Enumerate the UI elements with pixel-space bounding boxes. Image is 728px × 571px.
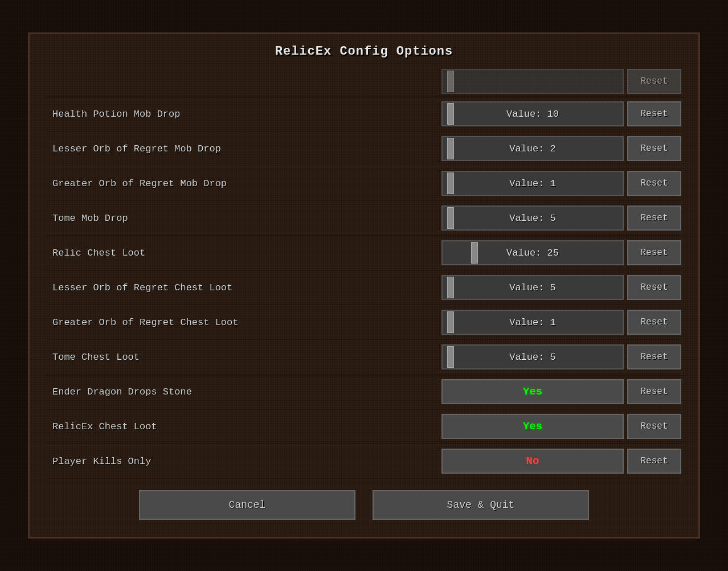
slider-value-greater-orb-mob-drop: Value: 1: [443, 178, 623, 189]
config-label-lesser-orb-chest-loot: Lesser Orb of Regret Chest Loot: [47, 282, 441, 293]
config-control-greater-orb-chest-loot: Value: 1Reset: [441, 310, 681, 335]
config-row-ender-dragon-drops-stone: Ender Dragon Drops StoneYesReset: [47, 375, 681, 409]
slider-handle-health-potion-mob-drop[interactable]: [447, 103, 454, 125]
slider-lesser-orb-chest-loot[interactable]: Value: 5: [441, 275, 624, 300]
partial-label: [47, 76, 441, 87]
config-control-greater-orb-mob-drop: Value: 1Reset: [441, 171, 681, 196]
slider-value-tome-mob-drop: Value: 5: [443, 213, 623, 224]
slider-greater-orb-mob-drop[interactable]: Value: 1: [441, 171, 624, 196]
slider-value-lesser-orb-chest-loot: Value: 5: [443, 282, 623, 293]
config-label-tome-chest-loot: Tome Chest Loot: [47, 352, 441, 363]
config-label-greater-orb-mob-drop: Greater Orb of Regret Mob Drop: [47, 178, 441, 189]
rows-container: Health Potion Mob DropValue: 10ResetLess…: [47, 97, 681, 479]
config-control-health-potion-mob-drop: Value: 10Reset: [441, 101, 681, 126]
slider-handle-lesser-orb-chest-loot[interactable]: [447, 277, 454, 298]
config-label-ender-dragon-drops-stone: Ender Dragon Drops Stone: [47, 387, 441, 397]
config-control-tome-mob-drop: Value: 5Reset: [441, 206, 681, 231]
reset-button-tome-mob-drop[interactable]: Reset: [627, 206, 681, 231]
slider-value-relic-chest-loot: Value: 25: [443, 248, 623, 258]
config-control-lesser-orb-mob-drop: Value: 2Reset: [441, 136, 681, 161]
reset-button-relic-chest-loot[interactable]: Reset: [627, 240, 681, 265]
slider-tome-chest-loot[interactable]: Value: 5: [441, 344, 624, 369]
config-label-relicex-chest-loot: RelicEx Chest Loot: [47, 421, 441, 432]
reset-button-lesser-orb-chest-loot[interactable]: Reset: [627, 275, 681, 300]
config-label-relic-chest-loot: Relic Chest Loot: [47, 248, 441, 258]
config-row-lesser-orb-mob-drop: Lesser Orb of Regret Mob DropValue: 2Res…: [47, 132, 681, 166]
config-row-lesser-orb-chest-loot: Lesser Orb of Regret Chest LootValue: 5R…: [47, 270, 681, 305]
config-row-greater-orb-mob-drop: Greater Orb of Regret Mob DropValue: 1Re…: [47, 166, 681, 201]
config-list: Reset Health Potion Mob DropValue: 10Res…: [30, 67, 698, 479]
reset-button-ender-dragon-drops-stone[interactable]: Reset: [627, 379, 681, 404]
reset-button-tome-chest-loot[interactable]: Reset: [627, 344, 681, 369]
config-label-tome-mob-drop: Tome Mob Drop: [47, 213, 441, 224]
config-row-health-potion-mob-drop: Health Potion Mob DropValue: 10Reset: [47, 97, 681, 132]
config-control-relicex-chest-loot: YesReset: [441, 414, 681, 439]
config-row-greater-orb-chest-loot: Greater Orb of Regret Chest LootValue: 1…: [47, 305, 681, 340]
footer: Cancel Save & Quit: [30, 479, 698, 525]
slider-value-lesser-orb-mob-drop: Value: 2: [443, 143, 623, 154]
slider-lesser-orb-mob-drop[interactable]: Value: 2: [441, 136, 624, 161]
config-control-relic-chest-loot: Value: 25Reset: [441, 240, 681, 265]
slider-tome-mob-drop[interactable]: Value: 5: [441, 206, 624, 231]
config-label-lesser-orb-mob-drop: Lesser Orb of Regret Mob Drop: [47, 143, 441, 154]
reset-button-greater-orb-chest-loot[interactable]: Reset: [627, 310, 681, 335]
partial-row: Reset: [47, 67, 681, 97]
slider-greater-orb-chest-loot[interactable]: Value: 1: [441, 310, 624, 335]
reset-button-greater-orb-mob-drop[interactable]: Reset: [627, 171, 681, 196]
config-control-tome-chest-loot: Value: 5Reset: [441, 344, 681, 369]
toggle-relicex-chest-loot[interactable]: Yes: [441, 414, 624, 439]
config-control-ender-dragon-drops-stone: YesReset: [441, 379, 681, 404]
config-row-tome-chest-loot: Tome Chest LootValue: 5Reset: [47, 340, 681, 375]
config-row-tome-mob-drop: Tome Mob DropValue: 5Reset: [47, 201, 681, 236]
dialog-title: RelicEx Config Options: [275, 44, 453, 59]
title-bar: RelicEx Config Options: [30, 34, 698, 67]
partial-reset-button[interactable]: Reset: [627, 69, 681, 94]
config-control-player-kills-only: NoReset: [441, 449, 681, 474]
slider-value-tome-chest-loot: Value: 5: [443, 352, 623, 363]
slider-handle[interactable]: [447, 71, 454, 92]
slider-relic-chest-loot[interactable]: Value: 25: [441, 240, 624, 265]
slider-handle-greater-orb-mob-drop[interactable]: [447, 172, 454, 194]
toggle-ender-dragon-drops-stone[interactable]: Yes: [441, 379, 624, 404]
toggle-player-kills-only[interactable]: No: [441, 449, 624, 474]
config-control-lesser-orb-chest-loot: Value: 5Reset: [441, 275, 681, 300]
config-dialog: RelicEx Config Options Reset Health Poti…: [28, 32, 700, 539]
reset-button-health-potion-mob-drop[interactable]: Reset: [627, 101, 681, 126]
slider-handle-tome-chest-loot[interactable]: [447, 346, 454, 368]
config-label-health-potion-mob-drop: Health Potion Mob Drop: [47, 109, 441, 120]
save-quit-button[interactable]: Save & Quit: [373, 490, 589, 520]
partial-slider[interactable]: [441, 69, 624, 94]
config-row-relic-chest-loot: Relic Chest LootValue: 25Reset: [47, 236, 681, 270]
reset-button-lesser-orb-mob-drop[interactable]: Reset: [627, 136, 681, 161]
slider-value-greater-orb-chest-loot: Value: 1: [443, 317, 623, 328]
reset-button-player-kills-only[interactable]: Reset: [627, 449, 681, 474]
slider-handle-greater-orb-chest-loot[interactable]: [447, 311, 454, 333]
partial-control: Reset: [441, 69, 681, 94]
config-label-player-kills-only: Player Kills Only: [47, 456, 441, 467]
slider-health-potion-mob-drop[interactable]: Value: 10: [441, 101, 624, 126]
config-row-player-kills-only: Player Kills OnlyNoReset: [47, 444, 681, 479]
config-row-relicex-chest-loot: RelicEx Chest LootYesReset: [47, 409, 681, 444]
cancel-button[interactable]: Cancel: [139, 490, 355, 520]
slider-handle-lesser-orb-mob-drop[interactable]: [447, 138, 454, 159]
slider-handle-tome-mob-drop[interactable]: [447, 207, 454, 229]
slider-handle-relic-chest-loot[interactable]: [471, 242, 478, 264]
config-label-greater-orb-chest-loot: Greater Orb of Regret Chest Loot: [47, 317, 441, 328]
reset-button-relicex-chest-loot[interactable]: Reset: [627, 414, 681, 439]
slider-value-health-potion-mob-drop: Value: 10: [443, 109, 623, 120]
